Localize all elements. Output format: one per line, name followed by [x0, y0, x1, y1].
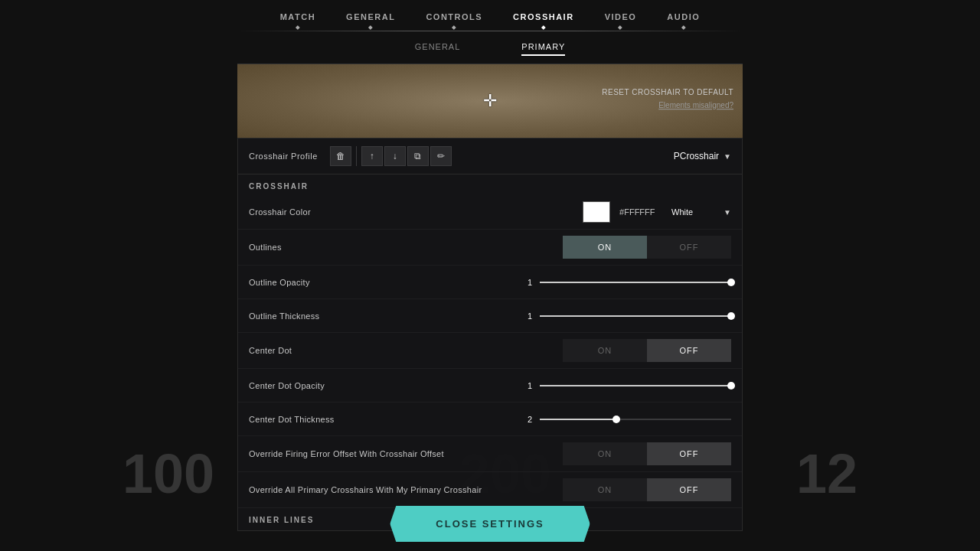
nav-item-video[interactable]: VIDEO: [590, 9, 652, 24]
outline-thickness-slider-container: 1: [517, 311, 731, 321]
dropdown-arrow-icon: ▼: [724, 152, 731, 161]
sub-tab-primary[interactable]: PRIMARY: [521, 39, 565, 56]
bg-number-3: 12: [796, 442, 858, 505]
outline-opacity-slider[interactable]: [540, 282, 731, 283]
icon-divider: [356, 146, 357, 166]
center-dot-opacity-row: Center Dot Opacity 1: [238, 369, 742, 403]
nav-item-controls[interactable]: CONTROLS: [410, 9, 498, 24]
crosshair-color-row: Crosshair Color #FFFFFF White ▼: [238, 195, 742, 230]
reset-crosshair-button[interactable]: RESET CROSSHAIR TO DEFAULT: [602, 88, 733, 96]
profile-delete-button[interactable]: 🗑: [330, 146, 351, 166]
profile-label: Crosshair Profile: [249, 152, 318, 161]
center-dot-opacity-slider-container: 1: [517, 381, 731, 390]
center-dot-opacity-label: Center Dot Opacity: [249, 381, 517, 390]
outline-opacity-row: Outline Opacity 1: [238, 266, 742, 299]
outline-opacity-fill: [540, 282, 731, 283]
center-dot-label: Center Dot: [249, 346, 563, 355]
sub-tabs: GENERAL PRIMARY: [237, 31, 743, 64]
profile-icons: 🗑 ↑ ↓ ⧉ ✏: [330, 146, 452, 166]
outlines-toggle-group: On Off: [563, 236, 731, 259]
override-firing-error-off-button[interactable]: Off: [647, 442, 731, 465]
profile-name: PCrosshair: [674, 151, 719, 161]
nav-item-audio[interactable]: AUDIO: [652, 9, 715, 24]
outline-thickness-slider[interactable]: [540, 315, 731, 317]
nav-item-general[interactable]: GENERAL: [331, 9, 410, 24]
elements-misaligned-link[interactable]: Elements misaligned?: [602, 101, 733, 109]
center-dot-off-button[interactable]: Off: [647, 339, 731, 362]
center-dot-opacity-slider[interactable]: [540, 385, 731, 386]
override-firing-error-row: Override Firing Error Offset With Crossh…: [238, 436, 742, 472]
override-firing-error-toggle-group: On Off: [563, 442, 731, 465]
nav-item-crosshair[interactable]: CROSSHAIR: [498, 9, 590, 24]
outline-thickness-row: Outline Thickness 1: [238, 299, 742, 333]
crosshair-actions: RESET CROSSHAIR TO DEFAULT Elements misa…: [602, 88, 733, 109]
top-nav: MATCH GENERAL CONTROLS CROSSHAIR VIDEO A…: [237, 0, 743, 24]
outline-opacity-label: Outline Opacity: [249, 278, 517, 287]
profile-edit-button[interactable]: ✏: [430, 146, 452, 166]
color-hex-value: #FFFFFF: [610, 207, 671, 217]
outlines-label: Outlines: [249, 243, 563, 252]
crosshair-color-label: Crosshair Color: [249, 207, 583, 217]
profile-dropdown[interactable]: PCrosshair ▼: [674, 151, 731, 161]
settings-panel: MATCH GENERAL CONTROLS CROSSHAIR VIDEO A…: [237, 0, 743, 551]
close-settings-container: CLOSE SETTINGS: [390, 506, 590, 542]
center-dot-opacity-value: 1: [517, 381, 532, 390]
override-firing-error-label: Override Firing Error Offset With Crossh…: [249, 449, 563, 458]
override-primary-off-button[interactable]: Off: [647, 478, 731, 501]
override-primary-label: Override All Primary Crosshairs With My …: [249, 485, 563, 494]
outline-opacity-thumb[interactable]: [727, 279, 735, 286]
crosshair-icon: ✛: [483, 93, 497, 109]
outlines-off-button[interactable]: Off: [647, 236, 731, 259]
sub-tab-general[interactable]: GENERAL: [415, 39, 461, 56]
center-dot-toggle-group: On Off: [563, 339, 731, 362]
outline-thickness-thumb[interactable]: [727, 312, 735, 320]
color-name-label: White: [671, 207, 717, 217]
close-settings-button[interactable]: CLOSE SETTINGS: [390, 506, 590, 542]
center-dot-thickness-slider-container: 2: [517, 415, 731, 424]
outlines-row: Outlines On Off: [238, 230, 742, 266]
center-dot-thickness-slider[interactable]: [540, 419, 731, 420]
center-dot-opacity-thumb[interactable]: [727, 382, 735, 390]
center-dot-thickness-thumb[interactable]: [612, 416, 620, 423]
outline-thickness-fill: [540, 315, 731, 317]
bg-number-1: 100: [122, 442, 214, 505]
outline-thickness-label: Outline Thickness: [249, 311, 517, 321]
center-dot-thickness-fill: [540, 419, 616, 420]
profile-download-button[interactable]: ↓: [384, 146, 406, 166]
section-crosshair-header: CROSSHAIR: [238, 174, 742, 195]
profile-bar: Crosshair Profile 🗑 ↑ ↓ ⧉ ✏ PCrosshair ▼: [238, 139, 742, 174]
center-dot-thickness-label: Center Dot Thickness: [249, 415, 517, 424]
center-dot-thickness-value: 2: [517, 415, 532, 424]
color-name-dropdown[interactable]: White ▼: [671, 207, 731, 217]
center-dot-opacity-fill: [540, 385, 731, 386]
color-dropdown-arrow-icon: ▼: [724, 208, 731, 217]
crosshair-preview: ✛ RESET CROSSHAIR TO DEFAULT Elements mi…: [237, 64, 743, 138]
override-primary-row: Override All Primary Crosshairs With My …: [238, 472, 742, 508]
center-dot-on-button[interactable]: On: [563, 339, 647, 362]
outline-opacity-slider-container: 1: [517, 278, 731, 287]
outline-opacity-value: 1: [517, 278, 532, 287]
override-primary-toggle-group: On Off: [563, 478, 731, 501]
color-swatch[interactable]: [583, 201, 610, 223]
center-dot-row: Center Dot On Off: [238, 333, 742, 369]
profile-upload-button[interactable]: ↑: [361, 146, 383, 166]
outlines-on-button[interactable]: On: [563, 236, 647, 259]
nav-item-match[interactable]: MATCH: [265, 9, 331, 24]
profile-copy-button[interactable]: ⧉: [407, 146, 429, 166]
settings-body: Crosshair Profile 🗑 ↑ ↓ ⧉ ✏ PCrosshair ▼…: [237, 138, 743, 531]
override-firing-error-on-button[interactable]: On: [563, 442, 647, 465]
center-dot-thickness-row: Center Dot Thickness 2: [238, 403, 742, 436]
outline-thickness-value: 1: [517, 311, 532, 321]
override-primary-on-button[interactable]: On: [563, 478, 647, 501]
